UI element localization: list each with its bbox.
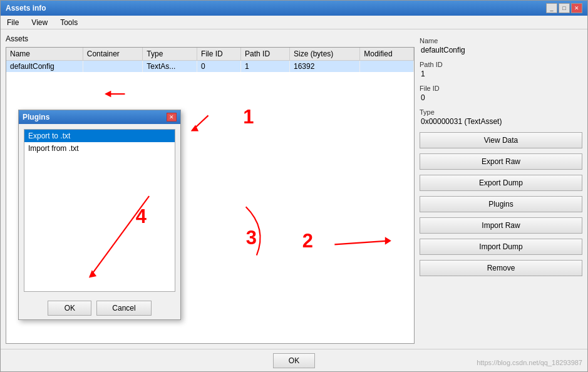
plugins-ok-button[interactable]: OK (48, 301, 91, 316)
import-dump-button[interactable]: Import Dump (420, 239, 582, 255)
cell-size: 16392 (290, 61, 360, 73)
plugins-cancel-button[interactable]: Cancel (96, 301, 151, 316)
col-file-id: File ID (197, 48, 241, 61)
assets-table: Name Container Type File ID Path ID Size… (6, 48, 414, 72)
minimize-button[interactable]: _ (546, 3, 557, 13)
table-header-row: Name Container Type File ID Path ID Size… (6, 48, 414, 61)
type-value: 0x00000031 (TextAsset) (420, 117, 582, 126)
plugin-item-import[interactable]: Import from .txt (24, 142, 175, 155)
path-id-value: 1 (420, 70, 582, 78)
content-area: Assets Name Container Type File ID Path … (1, 29, 587, 349)
plugins-close-button[interactable]: ✕ (167, 113, 177, 121)
menu-file[interactable]: File (3, 17, 23, 28)
cell-type: TextAs... (143, 61, 197, 73)
window-title: Assets info (6, 4, 46, 13)
assets-label: Assets (6, 34, 415, 43)
export-dump-button[interactable]: Export Dump (420, 175, 582, 191)
plugins-footer: OK Cancel (19, 297, 180, 319)
plugins-button[interactable]: Plugins (420, 196, 582, 212)
export-raw-button[interactable]: Export Raw (420, 153, 582, 170)
path-id-label: Path ID (420, 61, 582, 68)
plugins-dialog-title: Plugins (23, 113, 49, 121)
info-name-section: Name defaultConfig (420, 37, 582, 54)
col-type: Type (143, 48, 197, 61)
menu-view[interactable]: View (28, 17, 51, 28)
cell-name: defaultConfig (6, 61, 83, 73)
title-bar-controls: _ □ ✕ (546, 3, 582, 13)
name-value: defaultConfig (420, 46, 582, 54)
col-path-id: Path ID (241, 48, 290, 61)
file-id-value: 0 (420, 93, 582, 102)
bottom-bar: OK https://blog.csdn.net/qq_18293987 (1, 349, 587, 371)
table-row[interactable]: defaultConfig TextAs... 0 1 16392 (6, 61, 414, 73)
view-data-button[interactable]: View Data (420, 132, 582, 148)
cell-container (83, 61, 143, 73)
plugins-dialog-title-bar: Plugins ✕ (19, 110, 180, 124)
remove-button[interactable]: Remove (420, 260, 582, 276)
name-label: Name (420, 37, 582, 44)
maximize-button[interactable]: □ (559, 3, 570, 13)
info-path-id-section: Path ID 1 (420, 61, 582, 78)
info-file-id-section: File ID 0 (420, 85, 582, 102)
col-name: Name (6, 48, 83, 61)
title-bar: Assets info _ □ ✕ (1, 1, 587, 16)
plugins-dialog: Plugins ✕ Export to .txt Import from .tx… (18, 110, 181, 320)
close-button[interactable]: ✕ (571, 3, 582, 13)
type-label: Type (420, 108, 582, 116)
cell-file-id: 0 (197, 61, 241, 73)
file-id-label: File ID (420, 85, 582, 92)
plugin-item-export[interactable]: Export to .txt (24, 130, 175, 142)
col-container: Container (83, 48, 143, 61)
cell-modified (360, 61, 414, 73)
import-raw-button[interactable]: Import Raw (420, 217, 582, 234)
col-size: Size (bytes) (290, 48, 360, 61)
cell-path-id: 1 (241, 61, 290, 73)
bottom-ok-button[interactable]: OK (273, 353, 315, 368)
menu-tools[interactable]: Tools (56, 17, 81, 28)
col-modified: Modified (360, 48, 414, 61)
main-window: Assets info _ □ ✕ File View Tools Assets… (0, 0, 588, 372)
info-type-section: Type 0x00000031 (TextAsset) (420, 108, 582, 126)
menu-bar: File View Tools (1, 16, 587, 29)
watermark: https://blog.csdn.net/qq_18293987 (477, 359, 582, 366)
plugins-list[interactable]: Export to .txt Import from .txt (24, 129, 175, 292)
right-panel: Name defaultConfig Path ID 1 File ID 0 T… (420, 34, 582, 344)
